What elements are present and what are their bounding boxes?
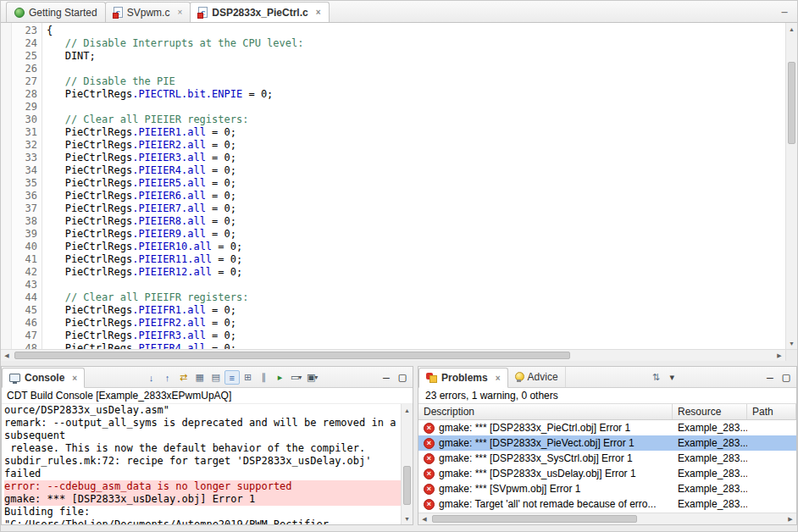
line-number: 41 [12,253,37,266]
column-header-description[interactable]: Description [418,404,673,419]
display-selected-console-icon[interactable]: ▤ [208,370,224,385]
display-console-icon[interactable]: ▭▾ [289,370,304,385]
scroll-track[interactable] [402,416,413,513]
problems-window-controls: ─ ▢ [762,370,794,387]
filter-icon[interactable]: ⇅ [648,370,663,385]
editor-tab-svpwm-c[interactable]: SVpwm.c× [105,2,191,22]
scroll-thumb[interactable] [788,62,795,143]
column-header-path[interactable]: Path [747,404,796,419]
console-tab-bar: Console × ↓↑⇄▦▤≡⊞∥▸▭▾▣▾ ─ ▢ [2,367,413,388]
problem-path-cell [747,481,796,496]
editor-tab-bar: Getting StartedSVpwm.c×DSP2833x_PieCtrl.… [1,1,797,23]
console-line: subdir_rules.mk:72: recipe for target 'D… [4,455,401,468]
scroll-right-arrow-icon[interactable]: ▶ [784,513,796,524]
line-number-gutter[interactable]: 2324252627282930313233343536373839404142… [12,23,42,349]
close-tab-icon[interactable]: × [316,8,321,17]
problem-row[interactable]: ×gmake: *** [SVpwm.obj] Error 1Example_2… [418,481,796,496]
problem-resource-cell: Example_283... [673,481,747,496]
scroll-down-arrow-icon[interactable]: ▼ [402,513,413,524]
editor-tab-getting-started[interactable]: Getting Started [6,2,106,22]
dropdown-arrow-icon: ▾ [298,374,302,381]
export-build-log-icon[interactable]: ▸ [273,370,288,385]
clear-console-icon[interactable]: ⊞ [241,370,256,385]
minimize-view-icon[interactable]: ─ [379,370,394,385]
editor-window-controls: ─ [777,8,792,22]
code-line: PieCtrlRegs.PIEIFR2.all = 0; [47,317,785,330]
line-number: 48 [12,342,37,349]
console-output[interactable]: ource/DSP2833x_usDelay.asm"remark: --out… [2,404,401,524]
scroll-left-arrow-icon[interactable]: ◀ [1,350,13,361]
problem-row[interactable]: ×gmake: *** [DSP2833x_usDelay.obj] Error… [418,466,796,481]
code-line: PieCtrlRegs.PIEIER2.all = 0; [47,139,785,152]
getting-started-icon [14,8,25,18]
problem-resource-cell: Example_283... [673,451,747,466]
problem-description-cell: ×gmake: *** [DSP2833x_usDelay.obj] Error… [418,466,673,481]
tab-console[interactable]: Console × [2,368,85,388]
column-header-resource[interactable]: Resource [673,404,747,419]
scroll-down-arrow-icon[interactable]: ▼ [786,337,797,349]
scroll-to-top-icon[interactable]: ↑ [160,370,175,385]
scroll-right-arrow-icon[interactable]: ▶ [773,350,785,361]
scroll-lock-icon[interactable]: ∥ [257,370,272,385]
problem-row[interactable]: ×gmake: *** [DSP2833x_SysCtrl.obj] Error… [418,451,796,466]
problems-horizontal-scrollbar[interactable]: ◀ ▶ [418,513,796,524]
line-number: 37 [12,202,37,215]
maximize-view-icon[interactable]: ▢ [395,370,410,385]
code-area[interactable]: { // Disable Interrupts at the CPU level… [42,23,785,349]
bottom-views: Console × ↓↑⇄▦▤≡⊞∥▸▭▾▣▾ ─ ▢ CDT Build Co… [1,366,797,531]
close-icon[interactable]: × [496,374,501,383]
problem-description: gmake: *** [SVpwm.obj] Error 1 [439,483,580,495]
view-menu-icon[interactable]: ▾ [664,370,679,385]
error-icon: × [424,453,435,464]
problem-row[interactable]: ×gmake: *** [DSP2833x_PieVect.obj] Error… [418,435,796,451]
code-line: PieCtrlRegs.PIEIER11.all = 0; [47,253,785,266]
scroll-thumb[interactable] [432,515,637,523]
editor-tab-dsp2833x-piectrl-c[interactable]: DSP2833x_PieCtrl.c× [190,2,329,22]
problem-description-cell: ×gmake: *** [SVpwm.obj] Error 1 [418,481,673,496]
code-line: { [47,25,785,37]
scroll-thumb[interactable] [14,352,570,359]
problem-row[interactable]: ×gmake: *** [DSP2833x_PieCtrl.obj] Error… [418,420,796,435]
problems-icon [426,373,437,383]
close-icon[interactable]: × [72,374,77,383]
line-number: 33 [12,152,37,164]
problems-table-header: Description Resource Path [418,403,796,420]
line-number: 24 [12,37,37,50]
code-line: PieCtrlRegs.PIEIER12.all = 0; [47,266,785,279]
tab-advice[interactable]: Advice [508,367,566,387]
annotation-ruler[interactable] [1,23,12,349]
code-line: // Clear all PIEIFR registers: [47,291,785,304]
pin-console-icon[interactable]: ▦ [192,370,208,385]
scroll-up-arrow-icon[interactable]: ▲ [786,23,797,35]
editor-tabs: Getting StartedSVpwm.c×DSP2833x_PieCtrl.… [6,2,329,22]
scroll-track[interactable] [13,350,773,361]
problem-row[interactable]: ×gmake: Target 'all' not remade because … [418,496,796,512]
scroll-track[interactable] [786,35,797,337]
close-tab-icon[interactable]: × [177,8,182,17]
line-number: 35 [12,177,37,190]
maximize-view-icon[interactable]: ▢ [779,370,794,385]
editor-vertical-scrollbar[interactable]: ▲ ▼ [785,23,797,349]
line-number: 46 [12,317,37,330]
minimize-view-icon[interactable]: ─ [762,370,778,385]
console-vertical-scrollbar[interactable]: ▲ ▼ [401,404,413,524]
problem-description-cell: ×gmake: Target 'all' not remade because … [418,496,673,512]
open-console-icon[interactable]: ▣▾ [305,370,320,385]
console-line: error: --cdebug_asm_data is no longer su… [4,480,401,493]
show-console-on-output-icon[interactable]: ⇄ [176,370,191,385]
tab-problems[interactable]: Problems × [418,368,508,388]
minimize-icon[interactable]: ─ [777,8,792,17]
tab-label: SVpwm.c [127,7,170,19]
problems-table: ×gmake: *** [DSP2833x_PieCtrl.obj] Error… [418,420,796,513]
code-editor: 2324252627282930313233343536373839404142… [1,23,797,349]
scroll-up-arrow-icon[interactable]: ▲ [402,404,413,416]
word-wrap-icon[interactable]: ≡ [224,370,240,385]
scroll-thumb[interactable] [403,466,411,505]
editor-horizontal-scrollbar[interactable]: ◀ ▶ [1,349,797,361]
scroll-left-arrow-icon[interactable]: ◀ [418,513,430,524]
problem-path-cell [747,420,796,435]
scroll-track[interactable] [430,513,784,524]
line-number: 30 [12,114,37,126]
scroll-to-bottom-icon[interactable]: ↓ [144,370,159,385]
console-line: release. This is now the default behavio… [4,442,401,455]
